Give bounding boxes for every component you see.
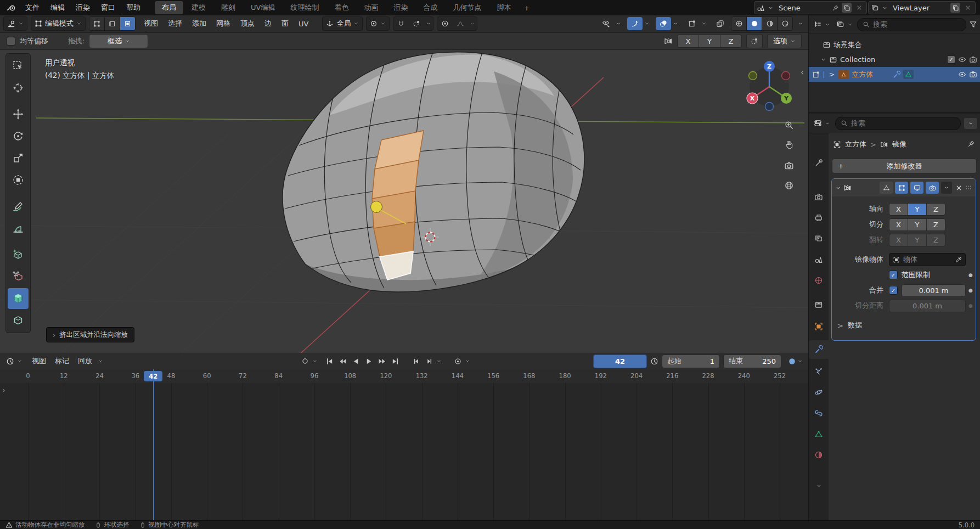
current-frame-field[interactable]: 42 (593, 354, 647, 368)
gizmo-axis-neg-x[interactable] (782, 72, 790, 80)
pin-icon[interactable] (832, 4, 839, 12)
xray-toggle-button[interactable] (712, 17, 728, 30)
tool-rip-region[interactable] (8, 266, 29, 287)
viewport-menu-顶点[interactable]: 顶点 (235, 15, 260, 32)
new-scene-button[interactable] (842, 3, 852, 13)
shading-rendered-button[interactable] (778, 17, 792, 30)
topbar-menu-窗口[interactable]: 窗口 (95, 0, 121, 15)
viewport-3d[interactable]: Z Y X 用户透视 (42) 立方体 | 立方体 › 挤出区域并沿法向缩放 ‹ (0, 50, 808, 353)
properties-tab-data[interactable] (809, 425, 829, 443)
show-in-render-toggle[interactable] (926, 182, 939, 194)
viewport-menu-选择[interactable]: 选择 (163, 15, 187, 32)
vertex-select-mode-button[interactable] (89, 17, 105, 30)
pin-icon[interactable] (967, 140, 975, 148)
playback-sync-button[interactable] (299, 355, 311, 367)
filter-icon[interactable] (969, 20, 977, 29)
workspace-tab-雕刻[interactable]: 雕刻 (214, 1, 243, 14)
mode-dropdown[interactable]: 编辑模式 (31, 16, 86, 31)
shading-wireframe-button[interactable] (731, 17, 747, 30)
bisect-distance-field[interactable]: 0.001 m (889, 300, 966, 312)
chevron-down-icon[interactable] (700, 21, 708, 26)
show-on-cage-toggle[interactable] (880, 182, 893, 194)
timeline-editor-type-button[interactable] (2, 354, 26, 368)
data-subpanel-toggle[interactable]: > 数据 (837, 320, 862, 330)
workspace-tab-纹理绘制[interactable]: 纹理绘制 (283, 1, 326, 14)
tool-rotate[interactable] (8, 126, 29, 147)
mirror-object-field[interactable]: 物体 (889, 253, 966, 266)
modifier-wrench-icon[interactable] (893, 71, 900, 78)
axis-z-button[interactable]: Z (927, 219, 945, 230)
proportional-falloff-button[interactable] (453, 17, 468, 30)
properties-tabs-more-chevron[interactable] (809, 476, 829, 495)
outliner-search-input[interactable]: 搜索 (857, 18, 966, 31)
outliner-row-collection[interactable]: Collection ✓ (809, 52, 980, 67)
workspace-tab-建模[interactable]: 建模 (184, 1, 213, 14)
viewport-menu-视图[interactable]: 视图 (139, 15, 163, 32)
breadcrumb-object[interactable]: 立方体 (845, 139, 866, 149)
axis-y-button[interactable]: Y (699, 35, 720, 47)
pan-hand-button[interactable] (781, 137, 797, 153)
properties-tab-output[interactable] (809, 209, 829, 227)
outliner-editor-type-button[interactable] (812, 18, 832, 32)
properties-tab-scene[interactable] (809, 250, 829, 269)
snap-toggle-button[interactable] (393, 17, 409, 30)
properties-tab-world[interactable] (809, 271, 829, 290)
animate-dot[interactable]: ● (966, 303, 976, 308)
prev-frame-button[interactable] (410, 355, 422, 367)
properties-tab-particles[interactable] (809, 362, 829, 381)
visibility-eye-icon[interactable] (599, 17, 614, 30)
jump-to-start-button[interactable] (323, 355, 335, 367)
topbar-menu-文件[interactable]: 文件 (20, 0, 45, 15)
tool-scale[interactable] (8, 148, 29, 168)
workspace-tab-动画[interactable]: 动画 (357, 1, 385, 14)
add-workspace-button[interactable]: + (519, 2, 534, 14)
scene-name[interactable]: Scene (776, 4, 829, 12)
sidebar-collapse-arrow[interactable]: ‹ (801, 67, 804, 77)
show-in-viewport-toggle[interactable] (910, 182, 923, 194)
play-button[interactable] (363, 355, 375, 367)
properties-search-input[interactable]: 搜索 (835, 117, 961, 130)
new-viewlayer-button[interactable] (950, 3, 960, 13)
axis-x-button[interactable]: X (889, 234, 908, 246)
snap-target-button[interactable] (409, 17, 424, 30)
topbar-menu-帮助[interactable]: 帮助 (121, 0, 146, 15)
object-name[interactable]: 立方体 (852, 70, 873, 80)
gizmo-axis-neg-y[interactable] (749, 72, 757, 80)
chevron-down-icon[interactable] (468, 21, 477, 26)
tool-select-box[interactable] (8, 55, 29, 76)
camera-view-button[interactable] (781, 157, 797, 174)
properties-tab-view-layer[interactable] (809, 229, 829, 248)
tool-extrude-cube[interactable] (8, 310, 29, 331)
tool-cursor[interactable] (8, 77, 29, 98)
properties-tab-render[interactable] (809, 188, 829, 206)
workspace-tab-着色[interactable]: 着色 (327, 1, 356, 14)
proportional-edit-toggle[interactable] (437, 17, 453, 30)
gizmo-axis-y[interactable]: Y (781, 93, 792, 104)
animate-dot[interactable]: ● (966, 272, 976, 278)
playhead-frame-badge[interactable]: 42 (144, 371, 162, 381)
timeline-menu-视图[interactable]: 视图 (27, 353, 50, 369)
shading-solid-button[interactable] (747, 17, 762, 30)
viewport-menu-边[interactable]: 边 (260, 15, 277, 32)
collection-checkbox[interactable]: ✓ (947, 55, 955, 64)
transform-orientation-dropdown[interactable]: 全局 (322, 16, 363, 31)
properties-tab-constraints[interactable] (809, 404, 829, 423)
breadcrumb-modifier[interactable]: 镜像 (892, 139, 906, 149)
chevron-down-icon[interactable] (436, 358, 442, 364)
properties-tab-material[interactable] (809, 446, 829, 464)
tool-add-cube[interactable] (8, 244, 29, 265)
timeline-ruler[interactable]: 0122436486072849610812013214415616818019… (0, 369, 808, 384)
face-select-mode-button[interactable] (120, 17, 135, 30)
gizmo-axis-x[interactable]: X (747, 93, 758, 104)
operator-panel-collapsed[interactable]: › 挤出区域并沿法向缩放 (46, 327, 134, 342)
delete-scene-button[interactable] (854, 3, 864, 13)
expand-chevron-icon[interactable] (820, 57, 826, 63)
axis-x-button[interactable]: X (678, 35, 699, 47)
scene-selector[interactable]: Scene (754, 1, 867, 14)
chevron-down-icon[interactable] (671, 21, 680, 26)
viewport-menu-添加[interactable]: 添加 (187, 15, 211, 32)
workspace-tab-合成[interactable]: 合成 (416, 1, 444, 14)
tool-measure[interactable] (8, 218, 29, 239)
even-offset-checkbox[interactable] (7, 37, 15, 46)
workspace-tab-布局[interactable]: 布局 (155, 1, 183, 14)
